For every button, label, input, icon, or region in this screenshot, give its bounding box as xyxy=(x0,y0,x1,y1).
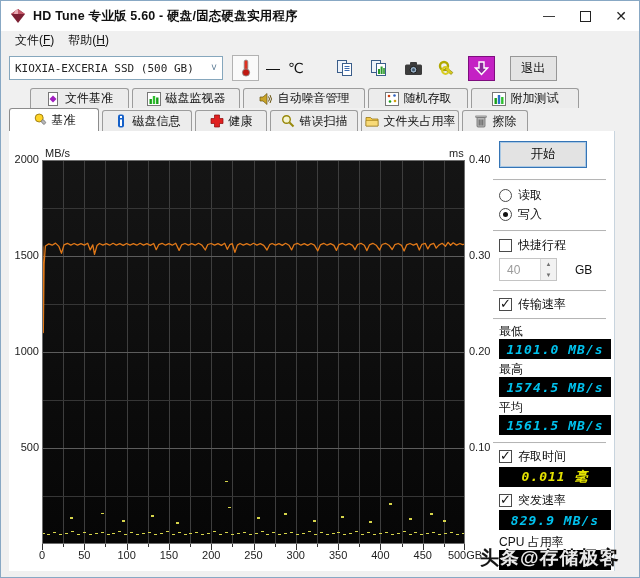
y-left-unit-label: MB/s xyxy=(45,147,70,159)
tab-benchmark[interactable]: 基准 xyxy=(9,108,99,131)
access-time-checkbox[interactable] xyxy=(499,450,512,463)
axis-tick-label: 100 xyxy=(117,549,135,561)
maximize-icon xyxy=(580,11,591,22)
min-label: 最低 xyxy=(499,323,523,340)
shortstroke-row[interactable]: 快捷行程 xyxy=(499,238,566,253)
burst-rate-display: 829.9 MB/s xyxy=(499,510,611,530)
title-bar: HD Tune 专业版 5.60 - 硬盘/固态硬盘实用程序 — ✕ xyxy=(1,1,639,31)
avg-value-display: 1561.5 MB/s xyxy=(499,415,611,435)
tab-extra-tests[interactable]: 附加测试 xyxy=(471,88,579,108)
axis-tick-label: 50 xyxy=(78,549,90,561)
access-time-label: 存取时间 xyxy=(518,448,566,465)
options-keys-icon xyxy=(438,60,456,77)
window-title: HD Tune 专业版 5.60 - 硬盘/固态硬盘实用程序 xyxy=(33,8,298,25)
tab-file-benchmark[interactable]: 文件基准 xyxy=(30,88,129,108)
axis-tick-label: 0.20 xyxy=(469,345,490,357)
separator xyxy=(493,290,606,292)
axis-tick-label: 350 xyxy=(329,549,347,561)
shortstroke-size-value: 40 xyxy=(500,259,540,280)
access-time-row[interactable]: 存取时间 xyxy=(499,449,566,464)
shortstroke-unit-label: GB xyxy=(575,263,592,277)
tab-row-front: 基准 磁盘信息 健康 错误扫描 文件夹占用率 擦除 xyxy=(1,108,639,131)
toolbar: KIOXIA-EXCERIA SSD (500 GB) ˅ — ℃ xyxy=(1,49,639,87)
copy-text-icon xyxy=(336,59,354,77)
tab-row-back: 文件基准 磁盘监视器 自动噪音管理 随机存取 附加测试 xyxy=(1,87,639,108)
tab-erase[interactable]: 擦除 xyxy=(462,110,528,131)
window-controls: — ✕ xyxy=(531,1,639,31)
tab-aam[interactable]: 自动噪音管理 xyxy=(243,88,365,108)
file-benchmark-icon xyxy=(46,92,60,106)
folder-usage-icon xyxy=(365,114,379,128)
spinner-buttons: ▲ ▼ xyxy=(540,259,556,280)
chevron-down-icon: ˅ xyxy=(211,62,217,74)
menu-help[interactable]: 帮助(H) xyxy=(61,32,116,49)
spin-down-icon[interactable]: ▼ xyxy=(541,270,556,281)
axis-tick-label: 400 xyxy=(371,549,389,561)
copy-image-button[interactable] xyxy=(366,56,393,81)
max-value-display: 1574.5 MB/s xyxy=(499,377,611,397)
axis-tick-label: 0 xyxy=(39,549,45,561)
disk-monitor-icon xyxy=(147,92,161,106)
spin-up-icon[interactable]: ▲ xyxy=(541,259,556,270)
shortstroke-checkbox[interactable] xyxy=(499,239,512,252)
aam-speaker-icon xyxy=(259,92,273,106)
axis-tick-label: 1500 xyxy=(3,249,39,261)
menu-bar: 文件(F) 帮助(H) xyxy=(1,31,639,49)
axis-tick-label: 250 xyxy=(244,549,262,561)
maximize-button[interactable] xyxy=(567,1,603,31)
temperature-button[interactable] xyxy=(232,55,259,81)
axis-tick-label: 150 xyxy=(160,549,178,561)
y-right-unit-label: ms xyxy=(449,147,464,159)
tab-error-scan[interactable]: 错误扫描 xyxy=(270,110,358,131)
axis-tick-label: 450 xyxy=(414,549,432,561)
close-button[interactable]: ✕ xyxy=(603,1,639,31)
start-button[interactable]: 开始 xyxy=(499,141,587,168)
axis-tick-label: 300 xyxy=(287,549,305,561)
read-radio-row[interactable]: 读取 xyxy=(499,188,542,203)
burst-rate-checkbox[interactable] xyxy=(499,494,512,507)
thermometer-icon xyxy=(240,59,252,77)
tab-disk-monitor[interactable]: 磁盘监视器 xyxy=(132,88,240,108)
save-screenshot-button[interactable] xyxy=(468,56,495,81)
options-button[interactable] xyxy=(434,56,461,81)
random-access-icon xyxy=(385,92,399,106)
drive-select-value: KIOXIA-EXCERIA SSD (500 GB) xyxy=(15,62,194,75)
minimize-button[interactable]: — xyxy=(531,1,567,31)
transfer-rate-label: 传输速率 xyxy=(518,296,566,313)
axis-tick-label: 0.10 xyxy=(469,441,490,453)
tab-folder-usage[interactable]: 文件夹占用率 xyxy=(361,110,459,131)
tab-health[interactable]: 健康 xyxy=(195,110,267,131)
write-radio-row[interactable]: 写入 xyxy=(499,207,542,222)
access-time-display: 0.011 毫 xyxy=(499,467,611,487)
benchmark-chart xyxy=(42,160,465,553)
burst-rate-row[interactable]: 突发速率 xyxy=(499,493,566,508)
menu-file[interactable]: 文件(F) xyxy=(8,32,61,49)
separator xyxy=(493,442,606,444)
app-window: { "window": { "title": "HD Tune 专业版 5.60… xyxy=(0,0,640,578)
tab-disk-info[interactable]: 磁盘信息 xyxy=(102,110,192,131)
erase-trash-icon xyxy=(474,114,488,128)
avg-label: 平均 xyxy=(499,399,523,416)
toolbar-icon-buttons xyxy=(332,56,495,81)
tab-random-access[interactable]: 随机存取 xyxy=(368,88,468,108)
shortstroke-size-spinner[interactable]: 40 ▲ ▼ xyxy=(499,258,557,281)
screenshot-button[interactable] xyxy=(400,56,427,81)
drive-select-combobox[interactable]: KIOXIA-EXCERIA SSD (500 GB) ˅ xyxy=(9,56,223,80)
transfer-rate-row[interactable]: 传输速率 xyxy=(499,297,566,312)
axis-tick-label: 1000 xyxy=(3,345,39,357)
exit-button[interactable]: 退出 xyxy=(510,56,557,81)
axis-tick-label: 2000 xyxy=(3,153,39,165)
transfer-rate-checkbox[interactable] xyxy=(499,298,512,311)
health-cross-icon xyxy=(210,114,224,128)
save-download-icon xyxy=(474,61,489,76)
axis-tick-label: 0.30 xyxy=(469,249,490,261)
copy-text-button[interactable] xyxy=(332,56,359,81)
read-radio[interactable] xyxy=(499,189,512,202)
axis-tick-label: 500GB xyxy=(448,549,482,561)
axis-tick-label: 200 xyxy=(202,549,220,561)
temperature-readout: — ℃ xyxy=(266,60,306,76)
disk-info-icon xyxy=(114,114,128,128)
write-radio[interactable] xyxy=(499,208,512,221)
separator xyxy=(493,318,606,320)
shortstroke-label: 快捷行程 xyxy=(518,237,566,254)
